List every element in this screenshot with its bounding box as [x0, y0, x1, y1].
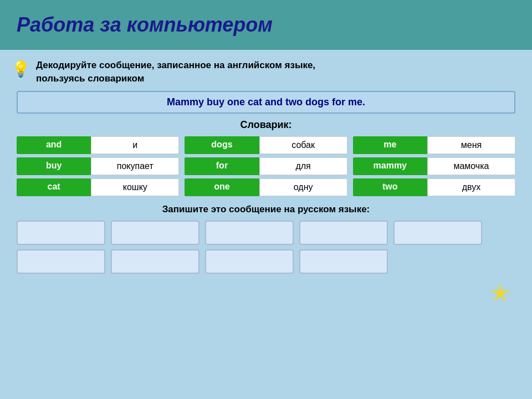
answer-input-4[interactable]: [299, 221, 388, 245]
dict-pair: cat кошку: [17, 178, 179, 196]
dict-value: одну: [259, 178, 347, 196]
dict-key: me: [353, 136, 427, 154]
answer-input-9[interactable]: [299, 249, 388, 274]
main-content: 💡 Декодируйте сообщение, записанное на а…: [0, 50, 532, 399]
answer-input-1[interactable]: [17, 221, 105, 245]
answer-row-2: [17, 249, 515, 274]
star-icon: ✭: [490, 282, 510, 305]
dict-pair: one одну: [185, 178, 347, 196]
dict-pair: dogs собак: [185, 136, 347, 154]
dict-pair: two двух: [353, 178, 515, 196]
answer-input-5[interactable]: [393, 221, 482, 245]
dict-value: кошку: [91, 178, 179, 196]
dictionary-label: Словарик:: [11, 119, 521, 131]
write-instruction: Запишите это сообщение на русском языке:: [11, 204, 521, 215]
dict-value: собак: [259, 136, 347, 154]
dict-key: and: [17, 136, 91, 154]
dict-column-1: and и buy покупает cat кошку: [17, 136, 179, 196]
bulb-icon: 💡: [11, 60, 30, 78]
dict-value: мамочка: [427, 157, 515, 175]
dict-pair: me меня: [353, 136, 515, 154]
dict-key: buy: [17, 157, 91, 175]
instruction-text: Декодируйте сообщение, записанное на анг…: [36, 59, 315, 85]
dict-key: two: [353, 178, 427, 196]
answer-input-7[interactable]: [111, 249, 200, 274]
answer-input-6[interactable]: [17, 249, 105, 274]
dictionary-grid: and и buy покупает cat кошку dogs собак: [11, 136, 521, 196]
header: Работа за компьютером: [0, 0, 532, 50]
dict-key: one: [185, 178, 259, 196]
dict-pair: mammy мамочка: [353, 157, 515, 175]
answer-input-rows: [11, 221, 521, 274]
star-decoration: ✭: [11, 282, 521, 305]
sentence-display: Mammy buy one cat and two dogs for me.: [17, 91, 515, 114]
dict-key: dogs: [185, 136, 259, 154]
dict-pair: and и: [17, 136, 179, 154]
page-title: Работа за компьютером: [17, 13, 273, 37]
answer-input-2[interactable]: [111, 221, 200, 245]
instruction-row: 💡 Декодируйте сообщение, записанное на а…: [11, 59, 521, 85]
dict-pair: buy покупает: [17, 157, 179, 175]
dict-column-2: dogs собак for для one одну: [185, 136, 347, 196]
dict-key: mammy: [353, 157, 427, 175]
dict-value: покупает: [91, 157, 179, 175]
instruction-line2: пользуясь словариком: [36, 73, 144, 84]
dict-key: for: [185, 157, 259, 175]
dict-value: и: [91, 136, 179, 154]
dict-value: для: [259, 157, 347, 175]
answer-row-1: [17, 221, 515, 245]
dict-value: меня: [427, 136, 515, 154]
dict-column-3: me меня mammy мамочка two двух: [353, 136, 515, 196]
answer-input-8[interactable]: [205, 249, 294, 274]
dict-pair: for для: [185, 157, 347, 175]
instruction-line1: Декодируйте сообщение, записанное на анг…: [36, 60, 315, 70]
answer-input-3[interactable]: [205, 221, 294, 245]
dict-value: двух: [427, 178, 515, 196]
dict-key: cat: [17, 178, 91, 196]
